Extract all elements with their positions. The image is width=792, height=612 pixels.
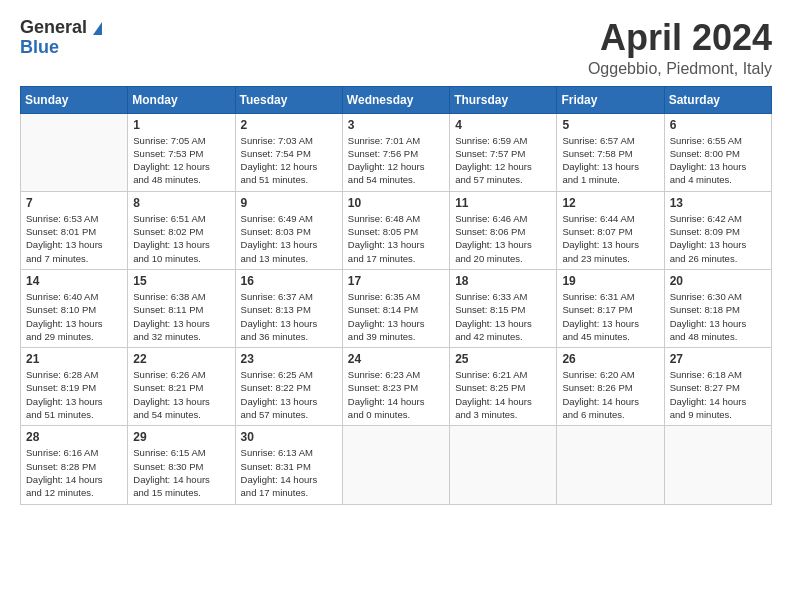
calendar-day-cell xyxy=(342,426,449,504)
day-number: 15 xyxy=(133,274,229,288)
day-number: 4 xyxy=(455,118,551,132)
calendar-day-cell: 30Sunrise: 6:13 AMSunset: 8:31 PMDayligh… xyxy=(235,426,342,504)
day-info: Sunrise: 7:01 AMSunset: 7:56 PMDaylight:… xyxy=(348,134,444,187)
calendar-day-cell: 3Sunrise: 7:01 AMSunset: 7:56 PMDaylight… xyxy=(342,113,449,191)
day-info: Sunrise: 6:35 AMSunset: 8:14 PMDaylight:… xyxy=(348,290,444,343)
day-number: 23 xyxy=(241,352,337,366)
day-info: Sunrise: 6:15 AMSunset: 8:30 PMDaylight:… xyxy=(133,446,229,499)
calendar-day-cell: 27Sunrise: 6:18 AMSunset: 8:27 PMDayligh… xyxy=(664,348,771,426)
day-info: Sunrise: 6:31 AMSunset: 8:17 PMDaylight:… xyxy=(562,290,658,343)
day-info: Sunrise: 6:21 AMSunset: 8:25 PMDaylight:… xyxy=(455,368,551,421)
day-info: Sunrise: 6:30 AMSunset: 8:18 PMDaylight:… xyxy=(670,290,766,343)
calendar-day-cell: 23Sunrise: 6:25 AMSunset: 8:22 PMDayligh… xyxy=(235,348,342,426)
day-number: 28 xyxy=(26,430,122,444)
calendar-day-cell: 9Sunrise: 6:49 AMSunset: 8:03 PMDaylight… xyxy=(235,191,342,269)
logo-text-general: General xyxy=(20,18,102,38)
calendar-day-cell: 1Sunrise: 7:05 AMSunset: 7:53 PMDaylight… xyxy=(128,113,235,191)
calendar-day-cell: 2Sunrise: 7:03 AMSunset: 7:54 PMDaylight… xyxy=(235,113,342,191)
day-info: Sunrise: 6:16 AMSunset: 8:28 PMDaylight:… xyxy=(26,446,122,499)
calendar-day-cell: 17Sunrise: 6:35 AMSunset: 8:14 PMDayligh… xyxy=(342,269,449,347)
day-number: 25 xyxy=(455,352,551,366)
calendar-day-cell: 7Sunrise: 6:53 AMSunset: 8:01 PMDaylight… xyxy=(21,191,128,269)
weekday-header-tuesday: Tuesday xyxy=(235,86,342,113)
day-number: 17 xyxy=(348,274,444,288)
calendar-week-row: 14Sunrise: 6:40 AMSunset: 8:10 PMDayligh… xyxy=(21,269,772,347)
day-number: 21 xyxy=(26,352,122,366)
calendar-day-cell: 24Sunrise: 6:23 AMSunset: 8:23 PMDayligh… xyxy=(342,348,449,426)
calendar-day-cell: 14Sunrise: 6:40 AMSunset: 8:10 PMDayligh… xyxy=(21,269,128,347)
day-number: 27 xyxy=(670,352,766,366)
day-info: Sunrise: 6:20 AMSunset: 8:26 PMDaylight:… xyxy=(562,368,658,421)
calendar-day-cell: 4Sunrise: 6:59 AMSunset: 7:57 PMDaylight… xyxy=(450,113,557,191)
calendar-day-cell: 29Sunrise: 6:15 AMSunset: 8:30 PMDayligh… xyxy=(128,426,235,504)
day-number: 20 xyxy=(670,274,766,288)
day-info: Sunrise: 6:57 AMSunset: 7:58 PMDaylight:… xyxy=(562,134,658,187)
title-block: April 2024 Oggebbio, Piedmont, Italy xyxy=(588,18,772,78)
day-number: 3 xyxy=(348,118,444,132)
calendar-day-cell: 26Sunrise: 6:20 AMSunset: 8:26 PMDayligh… xyxy=(557,348,664,426)
calendar-day-cell: 8Sunrise: 6:51 AMSunset: 8:02 PMDaylight… xyxy=(128,191,235,269)
calendar-day-cell: 25Sunrise: 6:21 AMSunset: 8:25 PMDayligh… xyxy=(450,348,557,426)
day-info: Sunrise: 6:59 AMSunset: 7:57 PMDaylight:… xyxy=(455,134,551,187)
day-number: 26 xyxy=(562,352,658,366)
day-number: 5 xyxy=(562,118,658,132)
day-info: Sunrise: 6:46 AMSunset: 8:06 PMDaylight:… xyxy=(455,212,551,265)
calendar-day-cell xyxy=(557,426,664,504)
day-number: 12 xyxy=(562,196,658,210)
day-number: 30 xyxy=(241,430,337,444)
calendar-day-cell: 15Sunrise: 6:38 AMSunset: 8:11 PMDayligh… xyxy=(128,269,235,347)
day-number: 6 xyxy=(670,118,766,132)
calendar-day-cell: 11Sunrise: 6:46 AMSunset: 8:06 PMDayligh… xyxy=(450,191,557,269)
calendar-day-cell xyxy=(450,426,557,504)
day-info: Sunrise: 6:53 AMSunset: 8:01 PMDaylight:… xyxy=(26,212,122,265)
weekday-header-friday: Friday xyxy=(557,86,664,113)
day-info: Sunrise: 6:13 AMSunset: 8:31 PMDaylight:… xyxy=(241,446,337,499)
calendar-day-cell: 6Sunrise: 6:55 AMSunset: 8:00 PMDaylight… xyxy=(664,113,771,191)
day-number: 2 xyxy=(241,118,337,132)
logo: General Blue xyxy=(20,18,102,58)
day-info: Sunrise: 7:03 AMSunset: 7:54 PMDaylight:… xyxy=(241,134,337,187)
day-info: Sunrise: 6:33 AMSunset: 8:15 PMDaylight:… xyxy=(455,290,551,343)
calendar-day-cell: 12Sunrise: 6:44 AMSunset: 8:07 PMDayligh… xyxy=(557,191,664,269)
month-title: April 2024 xyxy=(588,18,772,58)
day-number: 13 xyxy=(670,196,766,210)
page-container: General Blue April 2024 Oggebbio, Piedmo… xyxy=(0,0,792,515)
calendar-table: SundayMondayTuesdayWednesdayThursdayFrid… xyxy=(20,86,772,505)
weekday-header-wednesday: Wednesday xyxy=(342,86,449,113)
location: Oggebbio, Piedmont, Italy xyxy=(588,60,772,78)
day-number: 11 xyxy=(455,196,551,210)
day-number: 7 xyxy=(26,196,122,210)
day-number: 8 xyxy=(133,196,229,210)
day-info: Sunrise: 6:23 AMSunset: 8:23 PMDaylight:… xyxy=(348,368,444,421)
day-number: 24 xyxy=(348,352,444,366)
day-number: 1 xyxy=(133,118,229,132)
day-number: 10 xyxy=(348,196,444,210)
weekday-header-sunday: Sunday xyxy=(21,86,128,113)
day-info: Sunrise: 6:40 AMSunset: 8:10 PMDaylight:… xyxy=(26,290,122,343)
calendar-week-row: 1Sunrise: 7:05 AMSunset: 7:53 PMDaylight… xyxy=(21,113,772,191)
day-info: Sunrise: 6:18 AMSunset: 8:27 PMDaylight:… xyxy=(670,368,766,421)
calendar-day-cell: 10Sunrise: 6:48 AMSunset: 8:05 PMDayligh… xyxy=(342,191,449,269)
calendar-week-row: 7Sunrise: 6:53 AMSunset: 8:01 PMDaylight… xyxy=(21,191,772,269)
day-number: 29 xyxy=(133,430,229,444)
day-info: Sunrise: 6:25 AMSunset: 8:22 PMDaylight:… xyxy=(241,368,337,421)
calendar-day-cell: 21Sunrise: 6:28 AMSunset: 8:19 PMDayligh… xyxy=(21,348,128,426)
calendar-day-cell: 13Sunrise: 6:42 AMSunset: 8:09 PMDayligh… xyxy=(664,191,771,269)
day-number: 18 xyxy=(455,274,551,288)
day-info: Sunrise: 6:26 AMSunset: 8:21 PMDaylight:… xyxy=(133,368,229,421)
calendar-day-cell: 22Sunrise: 6:26 AMSunset: 8:21 PMDayligh… xyxy=(128,348,235,426)
day-info: Sunrise: 6:48 AMSunset: 8:05 PMDaylight:… xyxy=(348,212,444,265)
day-number: 14 xyxy=(26,274,122,288)
weekday-header-monday: Monday xyxy=(128,86,235,113)
day-info: Sunrise: 6:37 AMSunset: 8:13 PMDaylight:… xyxy=(241,290,337,343)
calendar-day-cell: 16Sunrise: 6:37 AMSunset: 8:13 PMDayligh… xyxy=(235,269,342,347)
logo-triangle-icon xyxy=(93,22,102,35)
calendar-week-row: 28Sunrise: 6:16 AMSunset: 8:28 PMDayligh… xyxy=(21,426,772,504)
day-info: Sunrise: 6:44 AMSunset: 8:07 PMDaylight:… xyxy=(562,212,658,265)
weekday-header-saturday: Saturday xyxy=(664,86,771,113)
day-info: Sunrise: 6:51 AMSunset: 8:02 PMDaylight:… xyxy=(133,212,229,265)
day-number: 9 xyxy=(241,196,337,210)
calendar-day-cell: 28Sunrise: 6:16 AMSunset: 8:28 PMDayligh… xyxy=(21,426,128,504)
calendar-day-cell xyxy=(664,426,771,504)
day-info: Sunrise: 6:42 AMSunset: 8:09 PMDaylight:… xyxy=(670,212,766,265)
